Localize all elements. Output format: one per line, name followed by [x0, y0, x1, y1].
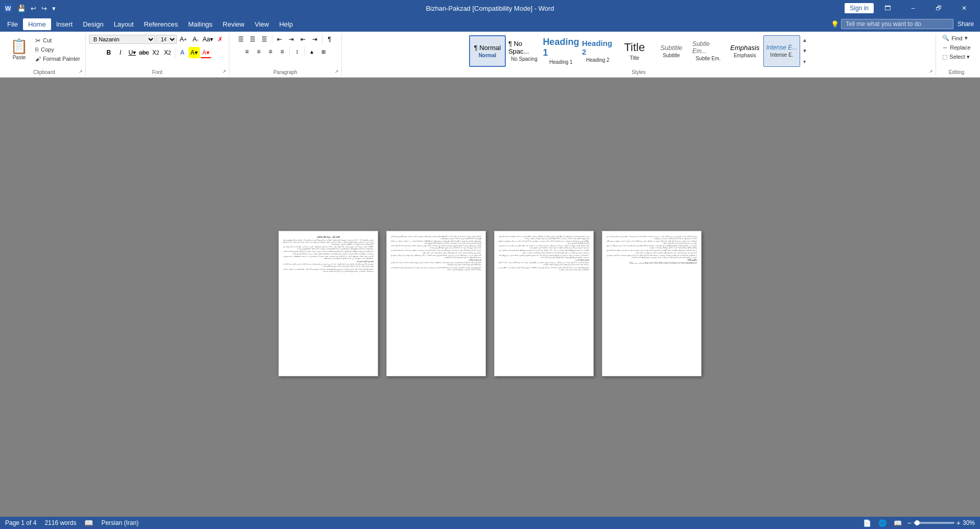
style-title[interactable]: Title Title	[616, 35, 653, 67]
styles-gallery: ¶ Normal Normal ¶ No Spac... No Spacing …	[469, 35, 800, 67]
paragraph-label: Paragraph	[229, 69, 341, 75]
menu-help[interactable]: Help	[274, 18, 298, 30]
menu-review[interactable]: Review	[218, 18, 250, 30]
format-painter-label: Format Painter	[43, 56, 80, 62]
paste-label: Paste	[13, 55, 26, 60]
styles-scroll-down[interactable]: ▼	[801, 45, 808, 56]
ribbon: 📋 Paste ✂ Cut ⎘ Copy 🖌 Format Painter	[0, 32, 980, 78]
select-button[interactable]: ⬚ Select ▾	[939, 53, 973, 61]
paragraph-expander[interactable]: ↗	[333, 68, 340, 75]
maximize-btn[interactable]: 🗗	[927, 0, 950, 16]
increase-indent-btn[interactable]: ⇥	[286, 34, 297, 45]
styles-scroll-up[interactable]: ▲	[801, 35, 808, 46]
increase-font-btn[interactable]: A+	[178, 34, 189, 45]
menu-insert[interactable]: Insert	[51, 18, 78, 30]
clear-format-btn[interactable]: ✗	[215, 34, 226, 45]
text-color-btn[interactable]: A▾	[200, 47, 212, 58]
replace-label: Replace	[950, 44, 970, 51]
multilevel-btn[interactable]: ☰	[259, 34, 270, 45]
align-right-btn[interactable]: ≡	[265, 46, 276, 57]
align-left-btn[interactable]: ≡	[241, 46, 252, 57]
page-4[interactable]: برای درک کامل میراث فکری و ادبی بیژن پاک…	[602, 231, 702, 376]
find-button[interactable]: 🔍 Find ▾	[939, 34, 973, 42]
bold-btn[interactable]: B	[103, 47, 114, 58]
tell-me: 💡	[831, 19, 953, 29]
decrease-indent-btn[interactable]: ⇤	[274, 34, 285, 45]
zoom-in-btn[interactable]: +	[956, 519, 961, 527]
text-highlight-btn[interactable]: A▾	[189, 47, 200, 58]
page-1[interactable]: فصل اول: زمینه های پیدایش در طی سال‌های …	[278, 231, 378, 376]
copy-icon: ⎘	[35, 46, 39, 53]
change-case-btn[interactable]: Aa▾	[202, 34, 214, 45]
underline-btn[interactable]: U▾	[127, 47, 138, 58]
styles-expander[interactable]: ↗	[927, 68, 935, 75]
share-button[interactable]: Share	[953, 19, 978, 29]
decrease-font-btn[interactable]: A-	[190, 34, 201, 45]
zoom-slider[interactable]	[914, 522, 954, 524]
close-btn[interactable]: ✕	[952, 0, 976, 16]
replace-button[interactable]: ↔ Replace	[939, 43, 973, 52]
redo-quick-btn[interactable]: ↪	[39, 4, 49, 13]
print-layout-btn[interactable]: 📄	[861, 517, 873, 528]
font-name-select[interactable]: B Nazanin	[89, 35, 155, 44]
style-no-space[interactable]: ¶ No Spac... No Spacing	[506, 35, 543, 67]
font-expander[interactable]: ↗	[221, 68, 228, 75]
menu-design[interactable]: Design	[78, 18, 108, 30]
menu-mailings[interactable]: Mailings	[183, 18, 218, 30]
document-area: فصل اول: زمینه های پیدایش در طی سال‌های …	[0, 78, 980, 529]
menu-layout[interactable]: Layout	[109, 18, 139, 30]
style-heading1[interactable]: Heading 1 Heading 1	[543, 35, 579, 67]
strikethrough-btn[interactable]: abc	[138, 47, 150, 58]
proofread-icon[interactable]: 📖	[84, 519, 93, 527]
read-mode-btn[interactable]: 📖	[892, 517, 903, 528]
bullets-btn[interactable]: ☰	[236, 34, 247, 45]
page-3[interactable]: بنا بر اسناد موجود که در آرشیوهای ملی نگ…	[494, 231, 594, 376]
italic-btn[interactable]: I	[115, 47, 126, 58]
style-subtle-em[interactable]: Subtle Em... Subtle Em.	[690, 35, 727, 67]
sign-in-button[interactable]: Sign in	[845, 3, 874, 13]
font-format-row: B I U▾ abc X2 X2 A A▾ A▾	[103, 47, 212, 58]
menu-home[interactable]: Home	[23, 18, 51, 30]
format-painter-button[interactable]: 🖌 Format Painter	[33, 54, 82, 63]
text-effects-btn[interactable]: A	[177, 47, 188, 58]
quick-access-toolbar: 💾 ↩ ↪ ▾	[15, 4, 58, 13]
font-size-select[interactable]: 14	[156, 35, 177, 44]
line-spacing-btn[interactable]: ↕	[291, 46, 302, 57]
paste-button[interactable]: 📋 Paste	[6, 34, 32, 64]
subscript-btn[interactable]: X2	[150, 47, 161, 58]
copy-button[interactable]: ⎘ Copy	[33, 45, 82, 54]
styles-scroll: ▲ ▼ ▾	[801, 35, 808, 67]
cut-button[interactable]: ✂ Cut	[33, 36, 82, 45]
style-intense-e[interactable]: Intense E... Intense E.	[763, 35, 800, 67]
superscript-btn[interactable]: X2	[162, 47, 173, 58]
style-normal[interactable]: ¶ Normal Normal	[469, 35, 506, 67]
undo-quick-btn[interactable]: ↩	[29, 4, 38, 13]
align-center-btn[interactable]: ≡	[253, 46, 264, 57]
menu-file[interactable]: File	[2, 18, 23, 30]
web-layout-btn[interactable]: 🌐	[877, 517, 888, 528]
rtl-btn[interactable]: ⇤	[297, 34, 309, 45]
justify-btn[interactable]: ≡	[276, 46, 288, 57]
style-emphasis[interactable]: Emphasis Emphasis	[727, 35, 763, 67]
borders-btn[interactable]: ⊞	[318, 46, 329, 57]
tell-me-input[interactable]	[841, 19, 953, 29]
style-heading2[interactable]: Heading 2 Heading 2	[579, 35, 616, 67]
numbering-btn[interactable]: ☰	[247, 34, 259, 45]
shading-btn[interactable]: ▲	[306, 46, 317, 57]
font-name-row: B Nazanin 14 A+ A- Aa▾ ✗	[89, 34, 226, 45]
restore-window-btn[interactable]: 🗖	[876, 0, 899, 16]
show-hide-btn[interactable]: ¶	[324, 34, 335, 45]
minimize-btn[interactable]: –	[901, 0, 925, 16]
page-2[interactable]: شواهد تاریخی نشان می‌دهد که در سال ۱۹۱۸،…	[386, 231, 486, 376]
save-quick-btn[interactable]: 💾	[15, 4, 28, 13]
style-subtitle[interactable]: Subtitle Subtitle	[653, 35, 690, 67]
ltr-btn[interactable]: ⇥	[309, 34, 320, 45]
styles-more[interactable]: ▾	[801, 56, 808, 67]
zoom-out-btn[interactable]: −	[907, 519, 912, 527]
para-divider2	[322, 34, 322, 44]
menu-references[interactable]: References	[139, 18, 183, 30]
menu-view[interactable]: View	[249, 18, 274, 30]
clipboard-expander[interactable]: ↗	[77, 68, 84, 75]
clipboard-right: ✂ Cut ⎘ Copy 🖌 Format Painter	[33, 34, 82, 63]
customize-quick-btn[interactable]: ▾	[50, 4, 58, 13]
